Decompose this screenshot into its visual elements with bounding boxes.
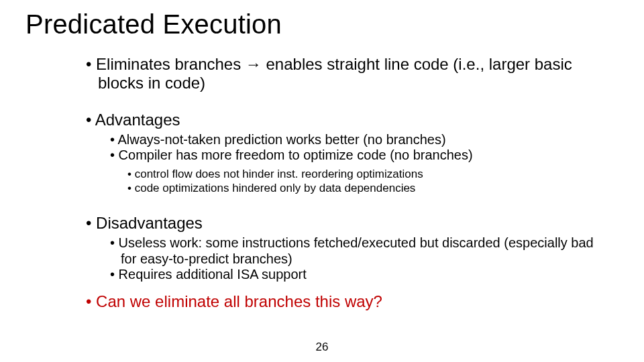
advantages-sublist: control flow does not hinder inst. reord… <box>127 168 602 195</box>
disadvantages-item: Useless work: some instructions fetched/… <box>110 235 602 267</box>
disadvantages-item: Requires additional ISA support <box>110 267 602 283</box>
page-number: 26 <box>0 341 644 354</box>
advantages-subitem: control flow does not hinder inst. reord… <box>127 168 602 182</box>
advantages-list: Always-not-taken prediction works better… <box>110 132 602 164</box>
advantages-item: Always-not-taken prediction works better… <box>110 132 602 148</box>
bullet-intro: Eliminates branches → enables straight l… <box>86 55 602 92</box>
bullet-advantages-heading: Advantages <box>86 111 602 129</box>
disadvantages-list: Useless work: some instructions fetched/… <box>110 235 602 283</box>
slide: Predicated Execution Eliminates branches… <box>0 0 644 362</box>
bullet-disadvantages-heading: Disadvantages <box>86 214 602 233</box>
slide-title: Predicated Execution <box>25 9 282 40</box>
advantages-item: Compiler has more freedom to optimize co… <box>110 147 602 164</box>
bullet-closing: Can we eliminate all branches this way? <box>86 292 602 311</box>
slide-body: Eliminates branches → enables straight l… <box>86 55 602 313</box>
advantages-subitem: code optimizations hindered only by data… <box>127 182 602 196</box>
